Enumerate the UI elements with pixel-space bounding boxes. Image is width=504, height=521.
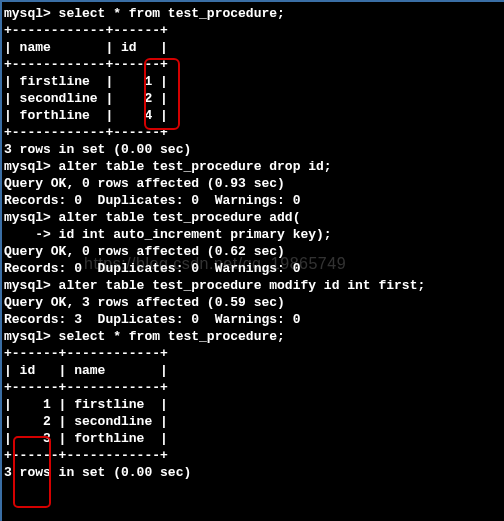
table-divider: +------+------------+ xyxy=(4,380,168,395)
sql-continuation: -> id int auto_increment primary key); xyxy=(4,227,332,242)
sql-command-5: mysql> select * from test_procedure; xyxy=(4,329,285,344)
table-row: | secondline | 2 | xyxy=(4,91,168,106)
query-result: Query OK, 0 rows affected (0.93 sec) xyxy=(4,176,285,191)
sql-command-2: mysql> alter table test_procedure drop i… xyxy=(4,159,332,174)
table-divider: +------------+------+ xyxy=(4,57,168,72)
sql-command-3: mysql> alter table test_procedure add( xyxy=(4,210,300,225)
table-row: | 1 | firstline | xyxy=(4,397,168,412)
query-records: Records: 3 Duplicates: 0 Warnings: 0 xyxy=(4,312,300,327)
result-footer: 3 rows in set (0.00 sec) xyxy=(4,142,191,157)
sql-command-4: mysql> alter table test_procedure modify… xyxy=(4,278,425,293)
table-divider: +------------+------+ xyxy=(4,125,168,140)
table-divider: +------+------------+ xyxy=(4,448,168,463)
query-result: Query OK, 0 rows affected (0.62 sec) xyxy=(4,244,285,259)
terminal-output: mysql> select * from test_procedure; +--… xyxy=(4,5,502,481)
table-row: | 3 | forthline | xyxy=(4,431,168,446)
table-divider: +------------+------+ xyxy=(4,23,168,38)
table-header: | id | name | xyxy=(4,363,168,378)
sql-command-1: mysql> select * from test_procedure; xyxy=(4,6,285,21)
result-footer: 3 rows in set (0.00 sec) xyxy=(4,465,191,480)
query-result: Query OK, 3 rows affected (0.59 sec) xyxy=(4,295,285,310)
table-header: | name | id | xyxy=(4,40,168,55)
table-divider: +------+------------+ xyxy=(4,346,168,361)
table-row: | forthline | 4 | xyxy=(4,108,168,123)
table-row: | firstline | 1 | xyxy=(4,74,168,89)
query-records: Records: 0 Duplicates: 0 Warnings: 0 xyxy=(4,261,300,276)
table-row: | 2 | secondline | xyxy=(4,414,168,429)
query-records: Records: 0 Duplicates: 0 Warnings: 0 xyxy=(4,193,300,208)
